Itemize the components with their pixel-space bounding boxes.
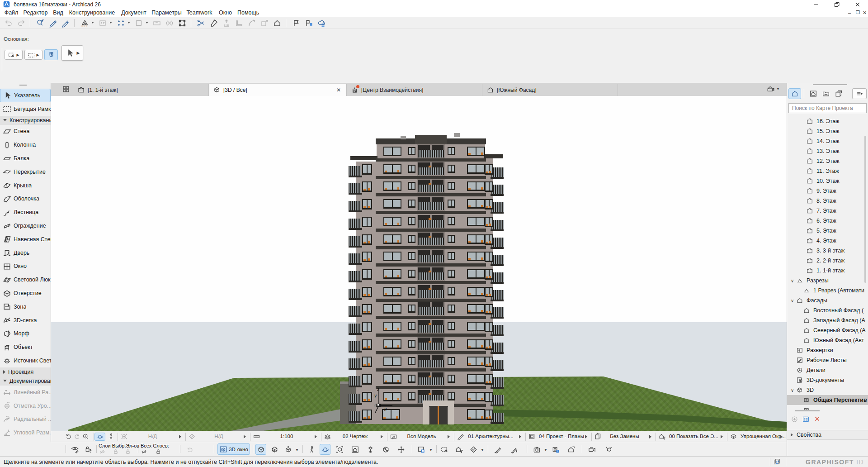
toolbar-square-button[interactable]: [133, 18, 145, 28]
qb-seg-8-label[interactable]: 00 Показать Все Э...: [669, 434, 716, 439]
b2-vr-button[interactable]: [334, 444, 345, 455]
tool-window[interactable]: Окно: [0, 260, 51, 273]
close-button[interactable]: [851, 0, 864, 9]
tab-1[interactable]: [3D / Все]✕: [209, 84, 347, 96]
qb-seg-3-label[interactable]: 02 Чертеж: [335, 434, 376, 439]
qb-seg-1-icon[interactable]: [188, 433, 196, 440]
b2-camera-position-button[interactable]: [365, 444, 376, 455]
minimize-button[interactable]: [809, 0, 823, 9]
qb-forward-button[interactable]: [73, 433, 81, 440]
nav-item-17[interactable]: 1 Разрез (Автомати: [787, 286, 868, 295]
nav-publisher-button[interactable]: [832, 88, 845, 99]
tool-dimangle[interactable]: Угловой Разм...: [0, 426, 51, 439]
b2-profile-button[interactable]: [468, 444, 479, 455]
nav-item-5[interactable]: 11. Этаж: [787, 166, 868, 176]
qb-seg-2-icon[interactable]: [253, 433, 260, 440]
nav-item-20[interactable]: Западный Фасад (А: [787, 315, 868, 325]
toolbar-xy-dropdown[interactable]: [109, 22, 112, 24]
toolbar-triangle-dropdown[interactable]: [91, 22, 94, 24]
toolbar-house-button[interactable]: [271, 18, 283, 28]
restore-button[interactable]: [830, 0, 844, 9]
b2-inject-params-button[interactable]: [509, 444, 519, 455]
qb-seg-2-label[interactable]: 1:100: [264, 434, 310, 439]
qb-seg-0-label[interactable]: Н/Д: [131, 434, 174, 439]
menu-1[interactable]: Редактор: [23, 10, 48, 16]
b2-copy-settings-button[interactable]: [550, 444, 561, 455]
tool-morph[interactable]: Морф: [0, 327, 51, 341]
tree-scrollbar[interactable]: [864, 136, 866, 283]
nav-menu-button[interactable]: [852, 88, 867, 99]
b2-view-settings-button[interactable]: [566, 444, 576, 455]
qb-seg-4-arrow[interactable]: [448, 435, 450, 438]
tab-2[interactable]: [Центр Взаимодействия]: [347, 84, 482, 96]
toolbar-flaglist-button[interactable]: [303, 18, 315, 28]
toolbar-gridpts-dropdown[interactable]: [127, 22, 130, 24]
toolbar-boxarrow-button[interactable]: [259, 18, 270, 28]
toolbox-section-21[interactable]: Проекция: [0, 367, 51, 376]
b2-3d-window-button[interactable]: 3D-окно: [217, 443, 250, 455]
toolbar-cloudlist-button[interactable]: [316, 18, 327, 28]
qb-zoom-button[interactable]: [82, 433, 90, 440]
tool-mesh[interactable]: 3D-сетка: [0, 314, 51, 327]
tab-overview-button[interactable]: [60, 84, 72, 94]
qb-seg-0-arrow[interactable]: [179, 435, 181, 438]
b2-unlock1-button[interactable]: [125, 448, 131, 455]
nav-item-27[interactable]: ∨3D: [787, 385, 868, 395]
tool-door[interactable]: Дверь: [0, 246, 51, 260]
nav-item-4[interactable]: 12. Этаж: [787, 156, 868, 166]
b2-3dview1-button[interactable]: [255, 444, 266, 455]
nav-viewmap-button[interactable]: [807, 88, 820, 99]
menu-0[interactable]: Файл: [4, 10, 19, 16]
nav-item-2[interactable]: 14. Этаж: [787, 136, 868, 146]
menu-4[interactable]: Документ: [120, 10, 148, 16]
nav-item-12[interactable]: 4. Этаж: [787, 236, 868, 246]
menu-3[interactable]: Конструирование: [68, 10, 116, 16]
menu-6[interactable]: Teamwork: [185, 10, 213, 16]
toolbar-square-dropdown[interactable]: [146, 22, 148, 24]
qb-seg-0-icon[interactable]: [120, 433, 128, 440]
palette-grip[interactable]: [813, 84, 847, 85]
b2-axo-button[interactable]: [283, 444, 293, 455]
menu-7[interactable]: Окно: [217, 10, 234, 16]
qb-seg-8-icon[interactable]: [658, 433, 666, 440]
nav-item-21[interactable]: Северный Фасад (А: [787, 325, 868, 335]
toolbar-pen-button[interactable]: [47, 18, 59, 28]
b2-undo-button[interactable]: [185, 444, 196, 455]
qb-seg-5-icon[interactable]: [457, 433, 464, 440]
menu-8[interactable]: Помощь: [237, 10, 259, 16]
mdi-minimize-icon[interactable]: –: [848, 10, 851, 15]
nav-item-13[interactable]: 3. 3-й этаж: [787, 246, 868, 256]
search-input[interactable]: Поиск по Карте Проекта: [788, 103, 867, 113]
select-rect-tool-button[interactable]: ▶: [24, 50, 42, 60]
tool-column[interactable]: Колонна: [0, 138, 51, 152]
menu-5[interactable]: Параметры: [151, 10, 182, 16]
qb-seg-4-label[interactable]: Вся Модель: [401, 434, 443, 439]
nav-item-15[interactable]: 1. 1-й этаж: [787, 266, 868, 276]
toolbar-scissors-button[interactable]: [195, 18, 207, 28]
nav-item-10[interactable]: 6. Этаж: [787, 216, 868, 226]
toolbar-xclip-button[interactable]: [164, 18, 175, 28]
tool-dimradial[interactable]: Радиальный ...: [0, 413, 51, 426]
toolbar-gridpts-button[interactable]: [115, 18, 127, 28]
b2-lock1-button[interactable]: [113, 448, 119, 455]
b2-cutaway-button[interactable]: [380, 444, 391, 455]
qb-seg-4-icon[interactable]: [390, 433, 397, 440]
qb-seg-5-label[interactable]: 01 Архитектурны...: [467, 434, 514, 439]
tool-railing[interactable]: Ограждение: [0, 219, 51, 233]
nav-item-3[interactable]: 13. Этаж: [787, 146, 868, 156]
nav-item-18[interactable]: ∨Фасады: [787, 295, 868, 305]
toolbar-colup-button[interactable]: [221, 18, 232, 28]
qb-seg-3-arrow[interactable]: [381, 435, 383, 438]
qb-seg-3-icon[interactable]: [324, 433, 331, 440]
b2-lock-button[interactable]: [83, 444, 94, 455]
tool-beam[interactable]: Балка: [0, 152, 51, 165]
nav-item-25[interactable]: Детали: [787, 365, 868, 375]
nav-item-7[interactable]: 9. Этаж: [787, 186, 868, 196]
b2-walk-button[interactable]: [306, 444, 317, 455]
tool-roof[interactable]: Крыша: [0, 179, 51, 192]
tool-wall[interactable]: Стена: [0, 125, 51, 138]
tool-skylight[interactable]: Световой Люк: [0, 273, 51, 286]
nav-item-16[interactable]: ∨Разрезы: [787, 276, 868, 286]
nav-item-0[interactable]: 16. Этаж: [787, 116, 868, 126]
qb-seg-2-arrow[interactable]: [315, 435, 317, 438]
